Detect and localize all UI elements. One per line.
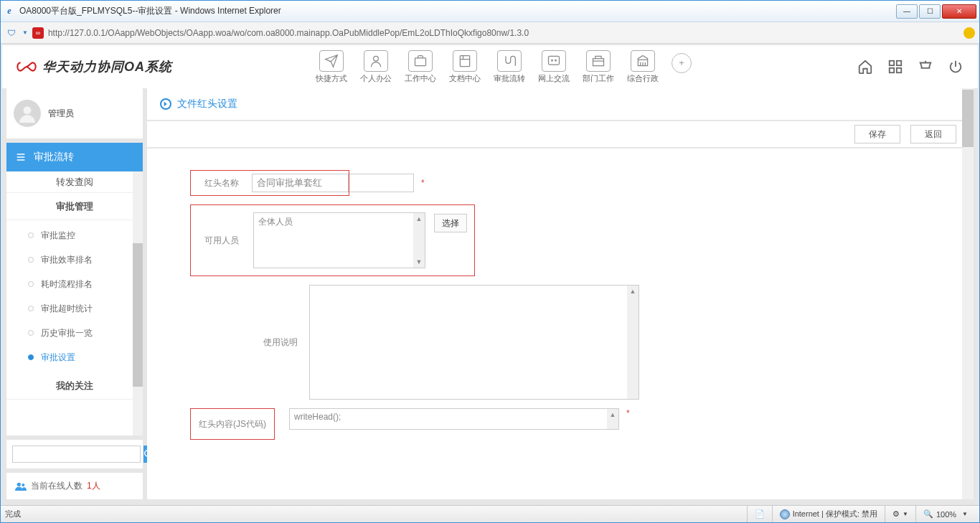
svg-point-5 [555,60,557,61]
url-text[interactable]: http://127.0.0.1/OAapp/WebObjects/OAapp.… [48,28,959,38]
avatar-icon [14,100,41,127]
desc-textarea[interactable]: ▲ [309,285,639,400]
window-title: OA8000平台版_FPLMYSQL5--审批设置 - Windows Inte… [19,5,896,17]
label-desc: 使用说明 [252,285,309,400]
svg-rect-1 [415,57,426,65]
svg-point-14 [22,484,24,486]
required-asterisk: * [421,178,425,188]
nav-personal[interactable]: 个人办公 [360,50,392,84]
sidebar-item-time[interactable]: 耗时流程排名 [6,272,143,296]
close-button[interactable]: ✕ [942,4,976,19]
status-popup-icon[interactable]: 📄 [747,506,772,522]
input-name-extra[interactable] [349,174,414,192]
content-scrollbar[interactable]: ▲ [607,409,618,429]
page-title-bar: 文件红头设置 [147,88,974,120]
status-bar: 完成 📄 Internet | 保护模式: 禁用 ⚙▼ 🔍100%▼ [1,505,979,522]
sidebar-item-overtime[interactable]: 审批超时统计 [6,296,143,321]
addon-icon[interactable] [963,27,975,39]
home-icon[interactable] [857,59,873,75]
svg-point-11 [24,106,32,114]
svg-rect-9 [890,68,894,72]
power-icon[interactable] [948,59,963,75]
listbox-scrollbar[interactable]: ▲▼ [413,213,425,268]
svg-rect-8 [897,61,901,65]
window-titlebar: e OA8000平台版_FPLMYSQL5--审批设置 - Windows In… [1,1,979,22]
list-icon [15,151,27,163]
status-zoom[interactable]: 🔍100%▼ [915,506,975,522]
status-done: 完成 [5,509,21,519]
nav-approval[interactable]: 审批流转 [494,50,525,84]
svg-point-4 [552,60,553,61]
back-button[interactable]: 返回 [910,125,956,143]
sidebar-scrollbar[interactable] [133,171,143,435]
status-internet-mode[interactable]: Internet | 保护模式: 禁用 [772,506,885,522]
sidebar-section-follow[interactable]: 我的关注 [6,372,143,400]
select-people-button[interactable]: 选择 [434,214,467,232]
svg-rect-10 [897,68,901,72]
theme-icon[interactable] [918,59,933,75]
svg-point-13 [17,482,21,486]
svg-rect-2 [460,55,469,66]
info-dropdown-icon[interactable]: ▼ [22,29,28,36]
shield-icon[interactable]: 🛡 [5,27,18,39]
svg-point-0 [374,56,379,61]
nav-add-button[interactable]: + [672,53,692,73]
people-listbox[interactable]: 全体人员 ▲▼ [253,212,425,268]
desc-scrollbar[interactable]: ▲ [627,286,639,399]
nav-docs[interactable]: 文档中心 [449,50,481,84]
sidebar-item-efficiency[interactable]: 审批效率排名 [6,248,143,272]
brand-logo-icon [17,60,37,73]
status-compat-icon[interactable]: ⚙▼ [885,506,915,522]
address-bar: 🛡 ▼ ∞ http://127.0.0.1/OAapp/WebObjects/… [1,22,979,44]
sidebar-item-history[interactable]: 历史审批一览 [6,321,143,345]
users-icon [15,482,27,491]
user-name: 管理员 [48,108,74,120]
globe-icon [780,509,790,519]
nav-admin[interactable]: 综合行政 [627,50,659,84]
label-name: 红头名称 [191,171,252,194]
online-users: 当前在线人数 1人 [6,473,143,499]
sidebar-header[interactable]: 审批流转 [6,143,143,171]
minimize-button[interactable]: — [896,4,918,19]
page-title: 文件红头设置 [177,98,237,110]
brand-text: 华天动力协同OA系统 [42,58,172,75]
nav-dept[interactable]: 部门工作 [583,50,614,84]
app-header: 华天动力协同OA系统 快捷方式 个人办公 工作中心 文档中心 审批流转 网上交流… [2,45,978,88]
svg-rect-6 [593,58,604,65]
arrow-circle-icon [160,98,171,110]
main-scrollbar[interactable] [962,88,974,499]
sidebar-item-monitor[interactable]: 审批监控 [6,223,143,248]
input-name[interactable] [252,174,349,192]
svg-rect-7 [890,61,894,65]
apps-icon[interactable] [887,59,903,75]
label-people: 可用人员 [198,235,245,247]
label-content: 红头内容(JS代码) [197,418,268,430]
site-favicon: ∞ [32,27,44,39]
maximize-button[interactable]: ☐ [919,4,941,19]
ie-icon: e [4,6,15,17]
user-card: 管理员 [6,88,143,138]
svg-rect-3 [549,56,560,65]
nav-quick[interactable]: 快捷方式 [316,50,347,84]
nav-work[interactable]: 工作中心 [405,50,436,84]
search-input[interactable] [12,446,141,463]
content-textarea[interactable]: writeHead(); ▲ [289,408,619,430]
sidebar-section-forward[interactable]: 转发查阅 [6,171,143,193]
sidebar-item-settings[interactable]: 审批设置 [6,345,143,369]
required-asterisk-2: * [626,408,630,418]
sidebar-section-approval[interactable]: 审批管理 [6,193,143,220]
nav-chat[interactable]: 网上交流 [538,50,570,84]
save-button[interactable]: 保存 [854,125,900,143]
